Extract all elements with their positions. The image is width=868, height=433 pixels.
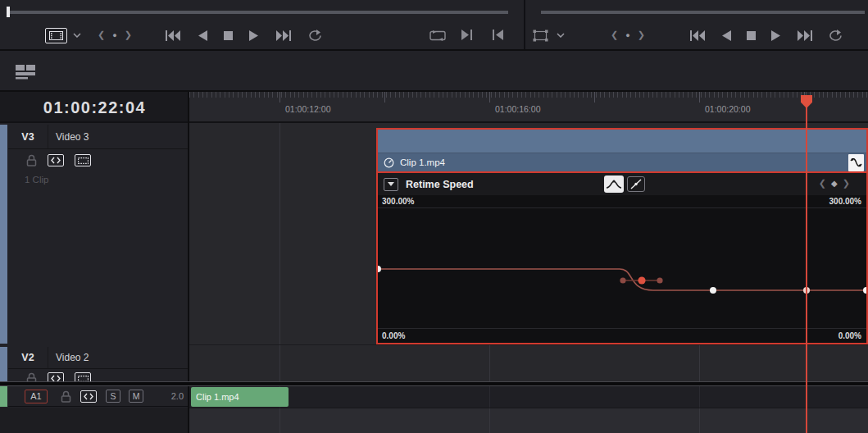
audio-clip[interactable]: Clip 1.mp4 xyxy=(191,387,289,407)
video-audio-splitter[interactable] xyxy=(0,381,868,386)
track-id: V2 xyxy=(8,352,48,363)
ruler-major-tick xyxy=(384,92,385,103)
curve-interpolation-button[interactable] xyxy=(604,175,624,193)
play-reverse-button[interactable] xyxy=(722,30,731,41)
track-header-a1[interactable]: A1 S M 2.0 xyxy=(8,386,189,407)
linear-interpolation-button[interactable] xyxy=(627,176,645,192)
timecode-value: 01:00:22:04 xyxy=(43,98,146,117)
auto-select-toggle[interactable] xyxy=(48,372,64,381)
play-button[interactable] xyxy=(771,30,780,41)
keyframe-end-edge[interactable] xyxy=(863,287,866,294)
right-transport-controls xyxy=(690,30,843,42)
loop-icon xyxy=(828,30,843,42)
track-header-v3[interactable]: V3 Video 3 xyxy=(8,125,189,149)
play-to-end-button[interactable] xyxy=(460,30,475,40)
ruler-label: 01:00:20:00 xyxy=(705,104,750,114)
step-back-icon: ❮ xyxy=(611,30,618,40)
track-header-v2[interactable]: V2 Video 2 xyxy=(8,347,189,369)
range-bottom-left: 0.00% xyxy=(382,331,405,340)
timeline-ruler[interactable]: 01:00:12:00 01:00:16:00 01:00:20:00 xyxy=(189,92,868,123)
video-track-color-strip xyxy=(0,125,7,344)
keyframe-selected[interactable] xyxy=(638,276,645,284)
keyframe-point[interactable] xyxy=(710,287,716,294)
ruler-major-tick xyxy=(279,92,280,103)
track-controls-v3 xyxy=(26,154,91,166)
retime-panel-header: Retime Speed ❮ ◆ ❯ xyxy=(378,173,866,195)
loop-button[interactable] xyxy=(828,30,843,42)
linear-icon xyxy=(630,179,642,189)
transform-mode-button[interactable] xyxy=(531,29,549,43)
solo-button[interactable]: S xyxy=(106,390,120,403)
record-arm-badge[interactable]: A1 xyxy=(25,390,48,403)
filmstrip-toggle[interactable] xyxy=(75,372,91,381)
track-id: V3 xyxy=(8,131,48,143)
auto-select-toggle[interactable] xyxy=(80,390,97,403)
left-play-around-control[interactable]: ❮ ● ❯ xyxy=(98,30,132,40)
filmstrip-toggle[interactable] xyxy=(75,154,91,166)
timeline-gridline xyxy=(699,408,700,433)
range-top-right: 300.00% xyxy=(829,197,861,206)
stop-icon xyxy=(224,31,233,40)
track-name[interactable]: Video 3 xyxy=(56,131,89,143)
header-divider xyxy=(48,347,48,368)
auto-select-toggle[interactable] xyxy=(48,154,64,166)
play-from-start-button[interactable] xyxy=(490,30,505,40)
bezier-handle-right[interactable] xyxy=(657,277,662,283)
timeline-gridline xyxy=(699,386,700,408)
clip-name: Clip 1.mp4 xyxy=(400,157,445,167)
retime-curve-area[interactable] xyxy=(378,207,866,329)
step-forward-icon: ❯ xyxy=(125,30,132,40)
video-clip[interactable]: Clip 1.mp4 xyxy=(376,128,868,173)
loop-region-button[interactable] xyxy=(429,30,447,41)
right-viewer-scrub-bar[interactable] xyxy=(541,11,865,14)
track-name[interactable]: Video 2 xyxy=(56,352,89,363)
prev-keyframe-button[interactable]: ❮ xyxy=(819,178,826,189)
retime-speed-curve[interactable] xyxy=(378,208,866,328)
left-viewer-scrub-handle[interactable] xyxy=(7,7,10,17)
retime-curve-badge[interactable] xyxy=(848,154,864,171)
step-back-icon: ❮ xyxy=(98,30,105,40)
loop-button[interactable] xyxy=(307,30,322,42)
timecode-display: 01:00:22:04 xyxy=(0,92,189,123)
auto-select-icon xyxy=(51,157,61,164)
play-reverse-button[interactable] xyxy=(198,30,207,41)
below-tracks-area xyxy=(189,408,868,433)
retime-range-bottom: 0.00% 0.00% xyxy=(378,329,866,343)
keyframe-start-edge[interactable] xyxy=(378,266,381,272)
next-keyframe-button[interactable]: ❯ xyxy=(843,178,850,189)
lock-icon[interactable] xyxy=(26,372,37,381)
stop-button[interactable] xyxy=(747,31,756,40)
left-viewer-scrub-bar[interactable] xyxy=(7,11,508,14)
play-around-dot-icon: ● xyxy=(112,31,116,39)
mute-button[interactable]: M xyxy=(129,390,143,403)
source-view-mode-button[interactable] xyxy=(45,28,67,43)
lock-icon[interactable] xyxy=(26,154,37,166)
ruler-label: 01:00:16:00 xyxy=(495,104,540,114)
ease-curve-icon xyxy=(606,179,622,189)
play-button[interactable] xyxy=(249,30,258,41)
edit-tools-toolbar: − + xyxy=(0,51,868,92)
last-frame-button[interactable] xyxy=(275,30,291,41)
view-mode-dropdown[interactable] xyxy=(72,31,82,39)
track-header-panel: V3 Video 3 1 Clip V2 Video 2 xyxy=(0,123,189,433)
first-frame-button[interactable] xyxy=(690,30,707,41)
timeline-view-options-button[interactable] xyxy=(13,62,38,80)
header-empty-area xyxy=(0,408,189,433)
lock-icon[interactable] xyxy=(61,390,71,403)
stop-button[interactable] xyxy=(224,31,233,40)
ruler-major-tick xyxy=(594,92,595,103)
last-frame-button[interactable] xyxy=(796,30,812,41)
step-forward-icon: ❯ xyxy=(638,30,645,40)
range-bottom-right: 0.00% xyxy=(838,331,861,340)
play-icon xyxy=(249,30,258,41)
loop-region-icon xyxy=(429,30,446,41)
first-frame-button[interactable] xyxy=(166,30,182,41)
keyframe-diamond-icon[interactable]: ◆ xyxy=(831,179,838,188)
right-play-around-control[interactable]: ❮ ● ❯ xyxy=(611,30,645,40)
bezier-handle-left[interactable] xyxy=(620,277,625,283)
ruler-label: 01:00:12:00 xyxy=(285,104,330,114)
play-around-dot-icon: ● xyxy=(625,31,629,39)
retime-options-dropdown[interactable] xyxy=(384,178,398,191)
transform-mode-dropdown[interactable] xyxy=(556,31,566,39)
playhead-line[interactable] xyxy=(806,95,807,433)
